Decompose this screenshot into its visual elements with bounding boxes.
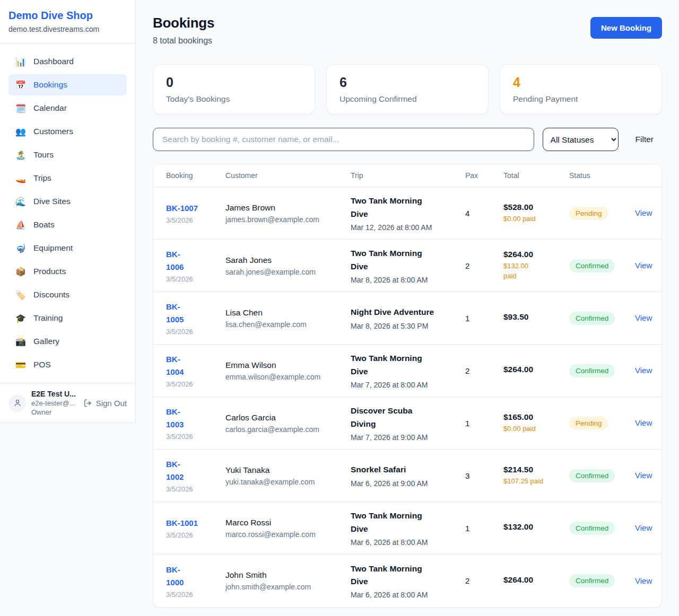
table-row: BK- 1000 3/5/2026 John Smith john.smith@… xyxy=(153,555,661,607)
sidebar-item-customers[interactable]: 👥 Customers xyxy=(8,121,127,142)
sidebar-item-equipment[interactable]: 🤿 Equipment xyxy=(8,237,127,259)
view-link[interactable]: View xyxy=(635,261,652,270)
person-icon xyxy=(13,398,22,408)
sidebar-item-label: POS xyxy=(33,360,51,369)
customer-name: John Smith xyxy=(225,570,351,580)
customer-cell: Lisa Chen lisa.chen@example.com xyxy=(225,308,351,329)
sidebar-item-boats[interactable]: ⛵ Boats xyxy=(8,214,127,235)
total-cell: $264.00 $132.00 paid xyxy=(503,250,569,281)
diving-mask-icon: 🤿 xyxy=(15,243,27,253)
stat-card-pending-payment: 4 Pending Payment xyxy=(500,64,662,115)
table-row: BK- 1003 3/5/2026 Carlos Garcia carlos.g… xyxy=(153,397,661,450)
sidebar-item-label: Boats xyxy=(33,220,55,230)
pax-count: 1 xyxy=(465,524,503,533)
status-cell: Pending xyxy=(569,207,635,220)
pax-count: 1 xyxy=(465,314,503,323)
booking-id-link[interactable]: BK- 1002 xyxy=(166,458,184,483)
pax-count: 1 xyxy=(465,419,503,428)
trip-datetime: Mar 6, 2026 at 8:00 AM xyxy=(351,591,465,599)
booking-id-link[interactable]: BK-1001 xyxy=(166,517,198,530)
sign-out-button[interactable]: Sign Out xyxy=(83,399,127,408)
booking-id-link[interactable]: BK- 1006 xyxy=(166,248,184,274)
total-cell: $132.00 xyxy=(503,522,569,534)
status-badge: Confirmed xyxy=(569,312,615,325)
total-cell: $264.00 xyxy=(503,575,569,587)
stat-value: 6 xyxy=(340,75,475,90)
user-role: Owner xyxy=(31,408,78,416)
wave-icon: 🌊 xyxy=(15,197,27,207)
view-link[interactable]: View xyxy=(635,471,652,480)
status-badge: Confirmed xyxy=(569,259,615,272)
booking-id-link[interactable]: BK- 1005 xyxy=(166,301,184,326)
speedboat-icon: 🚤 xyxy=(15,173,27,183)
sidebar-header: Demo Dive Shop demo.test.divestreams.com xyxy=(0,0,135,43)
customer-email: lisa.chen@example.com xyxy=(225,320,351,329)
sidebar-item-label: Dashboard xyxy=(33,57,74,66)
view-link[interactable]: View xyxy=(635,208,652,217)
sidebar-item-label: Equipment xyxy=(33,243,73,253)
booking-cell: BK-1001 3/5/2026 xyxy=(166,517,225,539)
graduation-cap-icon: 🎓 xyxy=(15,313,27,323)
trip-name: Two Tank Morning Dive xyxy=(351,352,465,377)
sidebar-item-trips[interactable]: 🚤 Trips xyxy=(8,168,127,189)
trip-name: Snorkel Safari xyxy=(351,463,465,476)
customer-email: emma.wilson@example.com xyxy=(225,373,351,381)
status-cell: Confirmed xyxy=(569,259,635,272)
view-link[interactable]: View xyxy=(635,366,652,375)
sidebar-item-training[interactable]: 🎓 Training xyxy=(8,307,127,329)
total-amount: $264.00 xyxy=(503,250,569,259)
sidebar-item-dive-sites[interactable]: 🌊 Dive Sites xyxy=(8,191,127,212)
trip-cell: Two Tank Morning Dive Mar 8, 2026 at 8:0… xyxy=(351,247,465,284)
booking-id-link[interactable]: BK- 1000 xyxy=(166,564,184,589)
status-badge: Pending xyxy=(569,207,608,220)
sidebar-item-products[interactable]: 📦 Products xyxy=(8,261,127,282)
customer-name: Marco Rossi xyxy=(225,518,351,527)
booking-cell: BK-1007 3/5/2026 xyxy=(166,202,225,224)
total-amount: $264.00 xyxy=(503,575,569,585)
customer-cell: Yuki Tanaka yuki.tanaka@example.com xyxy=(225,465,351,486)
sidebar-item-pos[interactable]: 💳 POS xyxy=(8,354,127,375)
customer-cell: Sarah Jones sarah.jones@example.com xyxy=(225,256,351,276)
sidebar-item-bookings[interactable]: 📅 Bookings xyxy=(8,74,127,95)
main-content: Bookings 8 total bookings New Booking 0 … xyxy=(136,0,679,616)
search-input[interactable] xyxy=(153,128,534,151)
booking-date: 3/5/2026 xyxy=(166,380,225,388)
column-header-trip: Trip xyxy=(351,171,465,180)
sidebar-item-calendar[interactable]: 🗓️ Calendar xyxy=(8,98,127,119)
sidebar-item-discounts[interactable]: 🏷️ Discounts xyxy=(8,284,127,305)
booking-id-link[interactable]: BK- 1003 xyxy=(166,406,184,431)
trip-datetime: Mar 8, 2026 at 5:30 PM xyxy=(351,322,465,330)
filter-button[interactable]: Filter xyxy=(627,135,662,144)
view-link[interactable]: View xyxy=(635,523,652,532)
customer-email: marco.rossi@example.com xyxy=(225,530,351,539)
view-link[interactable]: View xyxy=(635,418,652,427)
customer-name: Lisa Chen xyxy=(225,308,351,318)
status-filter-select[interactable]: All Statuses xyxy=(543,128,619,151)
trip-cell: Two Tank Morning Dive Mar 12, 2026 at 8:… xyxy=(351,195,465,231)
customer-name: Carlos Garcia xyxy=(225,413,351,423)
trip-datetime: Mar 7, 2026 at 8:00 AM xyxy=(351,381,465,389)
pax-count: 4 xyxy=(465,209,503,218)
customer-name: Yuki Tanaka xyxy=(225,465,351,475)
booking-id-link[interactable]: BK- 1004 xyxy=(166,353,184,379)
sidebar-item-tours[interactable]: 🏝️ Tours xyxy=(8,144,127,165)
booking-cell: BK- 1005 3/5/2026 xyxy=(166,301,225,336)
view-link[interactable]: View xyxy=(635,576,652,585)
view-link[interactable]: View xyxy=(635,313,652,322)
sidebar-item-dashboard[interactable]: 📊 Dashboard xyxy=(8,51,127,72)
customer-cell: Marco Rossi marco.rossi@example.com xyxy=(225,518,351,539)
stat-card-upcoming-confirmed: 6 Upcoming Confirmed xyxy=(326,64,489,115)
table-header-row: Booking Customer Trip Pax Total Status xyxy=(153,164,661,187)
trip-cell: Discover Scuba Diving Mar 7, 2026 at 9:0… xyxy=(351,404,465,441)
stat-label: Pending Payment xyxy=(513,94,649,104)
sidebar-item-gallery[interactable]: 📸 Gallery xyxy=(8,331,127,352)
new-booking-button[interactable]: New Booking xyxy=(590,17,662,39)
bookings-table: Booking Customer Trip Pax Total Status B… xyxy=(153,164,662,608)
booking-id-link[interactable]: BK-1007 xyxy=(166,202,198,215)
actions-cell: View xyxy=(635,366,652,375)
customer-cell: Emma Wilson emma.wilson@example.com xyxy=(225,360,351,381)
brand-name: Demo Dive Shop xyxy=(8,10,127,22)
column-header-booking: Booking xyxy=(166,171,225,180)
customer-name: Sarah Jones xyxy=(225,256,351,265)
island-icon: 🏝️ xyxy=(15,150,27,160)
